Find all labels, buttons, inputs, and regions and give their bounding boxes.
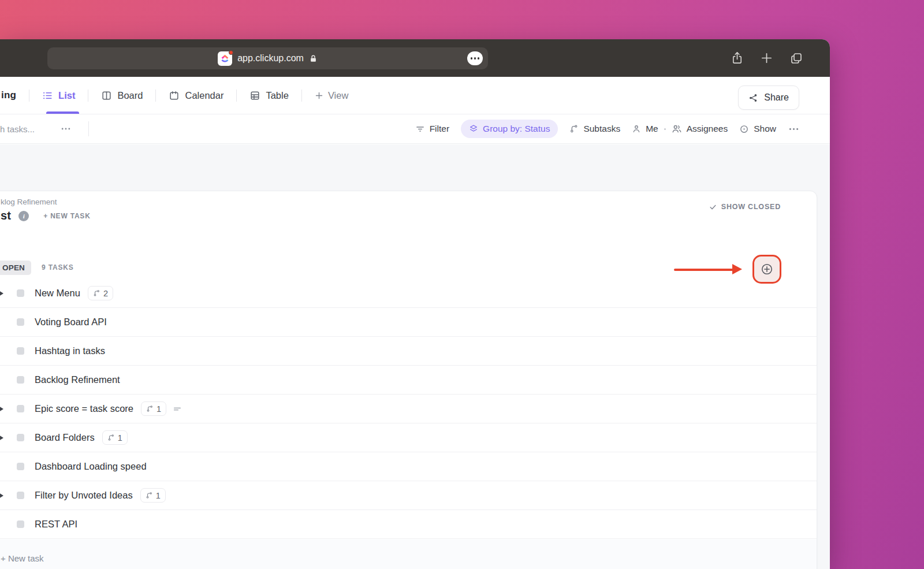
- tabs-icon[interactable]: [789, 51, 803, 65]
- task-status-icon[interactable]: [17, 347, 24, 355]
- task-name[interactable]: Epic score = task score: [35, 403, 133, 414]
- add-view-label: View: [328, 90, 348, 101]
- task-name[interactable]: New Menu: [35, 288, 80, 299]
- task-name[interactable]: Voting Board API: [35, 317, 107, 328]
- people-icon: [672, 124, 682, 134]
- task-name[interactable]: Board Folders: [35, 432, 95, 443]
- share-view-button[interactable]: Share: [738, 85, 799, 110]
- table-view-icon: [249, 90, 260, 101]
- task-status-icon[interactable]: [17, 434, 24, 441]
- subtask-count: 1: [156, 491, 161, 500]
- task-row[interactable]: Backlog Refinement: [0, 366, 817, 395]
- subtask-count: 1: [118, 433, 122, 442]
- tab-label: Calendar: [185, 90, 223, 101]
- circled-plus-icon: [761, 263, 773, 276]
- breadcrumb: klog Refinement: [1, 198, 57, 206]
- subtask-badge[interactable]: 2: [88, 286, 113, 300]
- calendar-view-icon: [169, 90, 180, 101]
- filter-icon: [415, 124, 425, 134]
- expand-caret-icon[interactable]: [0, 435, 3, 441]
- group-by-label: Group by: Status: [483, 124, 550, 134]
- task-row[interactable]: Filter by Unvoted Ideas 1: [0, 481, 817, 510]
- subtask-count: 2: [103, 289, 108, 298]
- status-group-badge[interactable]: OPEN: [0, 261, 31, 275]
- list-group-card: klog Refinement st i + NEW TASK SHOW CLO…: [0, 191, 817, 569]
- clickup-favicon: [218, 51, 232, 66]
- tab-calendar[interactable]: Calendar: [169, 90, 223, 101]
- address-bar[interactable]: app.clickup.com: [47, 47, 488, 69]
- tab-label: Board: [117, 90, 143, 101]
- me-filter-button[interactable]: Me: [632, 124, 658, 134]
- task-name[interactable]: Filter by Unvoted Ideas: [35, 490, 133, 501]
- check-icon: [709, 203, 717, 211]
- task-status-icon[interactable]: [17, 289, 24, 297]
- task-row[interactable]: Dashboard Loading speed: [0, 452, 817, 481]
- show-button[interactable]: Show: [739, 124, 776, 134]
- add-new-task-row[interactable]: + New task: [0, 540, 817, 569]
- browser-chrome: app.clickup.com: [0, 39, 830, 77]
- task-name[interactable]: Dashboard Loading speed: [35, 461, 147, 472]
- page-background: klog Refinement st i + NEW TASK SHOW CLO…: [0, 144, 830, 569]
- task-status-icon[interactable]: [17, 520, 24, 528]
- tab-table[interactable]: Table: [249, 90, 288, 101]
- task-status-icon[interactable]: [17, 405, 24, 412]
- task-name[interactable]: Backlog Refinement: [35, 374, 120, 385]
- subtask-count: 1: [157, 404, 161, 414]
- plus-icon: [315, 91, 323, 100]
- share-icon[interactable]: [731, 51, 744, 65]
- subtask-icon: [569, 124, 579, 133]
- task-name[interactable]: Hashtag in tasks: [35, 345, 105, 356]
- truncated-nav-label: ing: [1, 90, 16, 101]
- task-count: 9 TASKS: [42, 263, 73, 272]
- list-view-icon: [42, 90, 53, 101]
- new-task-action[interactable]: + NEW TASK: [43, 212, 90, 220]
- task-name[interactable]: REST API: [35, 519, 77, 530]
- annotation-arrow-head: [732, 264, 742, 274]
- show-closed-toggle[interactable]: SHOW CLOSED: [709, 203, 781, 211]
- expand-caret-icon[interactable]: [0, 406, 3, 412]
- task-row[interactable]: Hashtag in tasks: [0, 337, 817, 366]
- browser-window: app.clickup.com: [0, 39, 830, 569]
- person-icon: [632, 124, 641, 133]
- annotation-arrow-line: [674, 269, 733, 271]
- task-status-icon[interactable]: [17, 318, 24, 326]
- task-row[interactable]: Board Folders 1: [0, 423, 817, 452]
- expand-caret-icon[interactable]: [0, 493, 3, 499]
- subtasks-button[interactable]: Subtasks: [569, 124, 620, 134]
- url-text: app.clickup.com: [237, 53, 304, 64]
- description-icon: [173, 404, 182, 414]
- share-label: Share: [764, 92, 789, 103]
- tab-board[interactable]: Board: [101, 90, 143, 101]
- task-status-icon[interactable]: [17, 463, 24, 470]
- toolbar-more-icon[interactable]: [788, 123, 800, 135]
- subtask-badge[interactable]: 1: [141, 401, 166, 416]
- add-view-button[interactable]: View: [315, 90, 348, 101]
- group-by-button[interactable]: Group by: Status: [461, 120, 558, 138]
- plus-icon[interactable]: [760, 51, 773, 65]
- search-input[interactable]: h tasks...: [0, 124, 35, 134]
- task-row[interactable]: Voting Board API: [0, 308, 817, 337]
- notification-dot: [229, 50, 233, 55]
- more-options-icon[interactable]: [60, 123, 72, 135]
- ellipsis-icon[interactable]: [467, 51, 483, 65]
- share-alt-icon: [748, 93, 758, 103]
- info-icon[interactable]: i: [18, 211, 29, 221]
- expand-caret-icon[interactable]: [0, 291, 3, 296]
- task-row[interactable]: New Menu 2: [0, 279, 817, 308]
- task-status-icon[interactable]: [17, 376, 24, 384]
- tab-list[interactable]: List: [42, 90, 75, 101]
- tab-label: List: [58, 90, 75, 101]
- filter-button[interactable]: Filter: [415, 124, 449, 134]
- subtask-icon: [107, 434, 115, 441]
- list-title[interactable]: st: [1, 209, 11, 222]
- layers-icon: [469, 124, 478, 133]
- show-icon: [739, 124, 749, 134]
- task-row[interactable]: REST API: [0, 510, 817, 539]
- task-row[interactable]: Epic score = task score 1: [0, 395, 817, 423]
- assignees-button[interactable]: Assignees: [672, 124, 728, 134]
- task-list: New Menu 2 Voting Board API Hashtag in t…: [0, 279, 817, 539]
- subtask-badge[interactable]: 1: [140, 488, 166, 503]
- lock-icon: [309, 54, 318, 63]
- task-status-icon[interactable]: [17, 492, 24, 499]
- subtask-badge[interactable]: 1: [102, 430, 128, 445]
